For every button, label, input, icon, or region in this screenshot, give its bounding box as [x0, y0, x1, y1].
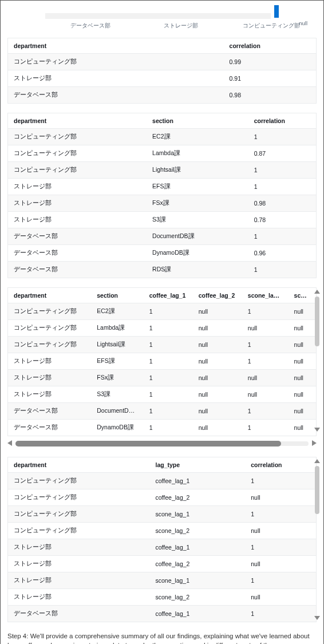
cell: scone_lag_2 [149, 589, 245, 606]
table-row[interactable]: ストレージ部0.91 [8, 70, 316, 87]
cell: scone_lag_2 [149, 523, 245, 539]
scroll-up-icon[interactable] [314, 290, 320, 294]
cell: null [289, 337, 316, 353]
table-row[interactable]: ストレージ部S3課1nullnullnull [8, 386, 316, 403]
vertical-scrollbar[interactable] [314, 290, 320, 432]
table-row[interactable]: データベース部DynamoDB課1null1null [8, 420, 316, 436]
cell: scone_lag_1 [149, 572, 245, 589]
cell: null [242, 386, 289, 403]
table-row[interactable]: ストレージ部coffee_lag_11 [8, 539, 316, 556]
scroll-thumb[interactable] [315, 466, 319, 514]
cell: Lightsail課 [91, 337, 143, 353]
chart-bar [274, 5, 279, 18]
col-correlation[interactable]: correlation [245, 457, 316, 473]
col-scone-lag-2[interactable]: scone_ [289, 288, 316, 303]
cell: null [193, 386, 242, 403]
cell: 0.91 [224, 70, 316, 87]
cell: null [289, 320, 316, 337]
chart-x-labels: データベース部 ストレージ部 コンピューティング部 [7, 22, 317, 30]
scroll-thumb[interactable] [15, 441, 281, 447]
cell: ストレージ部 [8, 386, 91, 403]
table-row[interactable]: コンピューティング部EC2課1 [8, 129, 316, 145]
table-row[interactable]: ストレージ部EFS課1 [8, 179, 316, 195]
table-lag-wide: department section coffee_lag_1 coffee_l… [7, 287, 317, 436]
cell: coffee_lag_1 [149, 606, 245, 622]
table-row[interactable]: コンピューティング部Lambda課1nullnullnull [8, 320, 316, 337]
cell: FSx課 [91, 370, 143, 386]
cell: DocumentDB課 [91, 403, 143, 420]
col-lag-type[interactable]: lag_type [149, 457, 245, 473]
cell: DocumentDB課 [147, 228, 248, 245]
vertical-scrollbar[interactable] [314, 459, 320, 620]
table-row[interactable]: コンピューティング部scone_lag_2null [8, 523, 316, 539]
table-row[interactable]: データベース部DocumentDB課1 [8, 228, 316, 245]
table-row[interactable]: ストレージ部EFS課1null1null [8, 353, 316, 370]
cell: EFS課 [91, 353, 143, 370]
cell: 0.98 [224, 87, 316, 103]
cell: 1 [144, 370, 193, 386]
table-header-row: department section correlation [8, 113, 316, 129]
table-row[interactable]: コンピューティング部Lightsail課1 [8, 162, 316, 179]
cell: coffee_lag_1 [149, 539, 245, 556]
cell: データベース部 [8, 420, 91, 436]
table-row[interactable]: データベース部DocumentDB課1null1null [8, 403, 316, 420]
table-row[interactable]: コンピューティング部coffee_lag_2null [8, 489, 316, 506]
cell: 1 [248, 179, 316, 195]
cell: 1 [144, 353, 193, 370]
table-lag-wide-wrap: department section coffee_lag_1 coffee_l… [7, 287, 317, 448]
cell: コンピューティング部 [8, 337, 91, 353]
cell: 1 [144, 420, 193, 436]
col-section[interactable]: section [91, 288, 143, 303]
col-department[interactable]: department [8, 457, 149, 473]
horizontal-scrollbar[interactable] [7, 438, 317, 448]
table-row[interactable]: ストレージ部scone_lag_2null [8, 589, 316, 606]
cell: コンピューティング部 [8, 506, 149, 523]
col-coffee-lag-1[interactable]: coffee_lag_1 [144, 288, 193, 303]
cell: null [193, 303, 242, 320]
col-correlation[interactable]: correlation [224, 38, 316, 54]
table-row[interactable]: ストレージ部coffee_lag_2null [8, 556, 316, 572]
col-coffee-lag-2[interactable]: coffee_lag_2 [193, 288, 242, 303]
cell: EC2課 [91, 303, 143, 320]
table-header-row: department lag_type correlation [8, 457, 316, 473]
cell: S3課 [91, 386, 143, 403]
table-row[interactable]: ストレージ部scone_lag_11 [8, 572, 316, 589]
table-row[interactable]: コンピューティング部scone_lag_11 [8, 506, 316, 523]
table-row[interactable]: ストレージ部S3課0.78 [8, 212, 316, 228]
table-row[interactable]: データベース部DynamoDB課0.96 [8, 245, 316, 262]
table-row[interactable]: コンピューティング部EC2課1null1null [8, 303, 316, 320]
cell: 0.87 [248, 145, 316, 162]
cell: 1 [248, 228, 316, 245]
scroll-thumb[interactable] [315, 297, 319, 346]
col-department[interactable]: department [8, 288, 91, 303]
table-row[interactable]: データベース部0.98 [8, 87, 316, 103]
table-row[interactable]: コンピューティング部Lightsail課1null1null [8, 337, 316, 353]
scroll-down-icon[interactable] [314, 428, 320, 432]
col-correlation[interactable]: correlation [248, 113, 316, 129]
table-row[interactable]: ストレージ部FSx課0.98 [8, 195, 316, 212]
table-row[interactable]: コンピューティング部0.99 [8, 54, 316, 70]
scroll-left-icon[interactable] [7, 440, 12, 446]
x-label-1: ストレージ部 [136, 22, 226, 30]
cell: EFS課 [147, 179, 248, 195]
cell: 1 [144, 303, 193, 320]
col-scone-lag-1[interactable]: scone_lag_1 [242, 288, 289, 303]
scroll-right-icon[interactable] [312, 440, 317, 446]
table-row[interactable]: コンピューティング部Lambda課0.87 [8, 145, 316, 162]
table-row[interactable]: ストレージ部FSx課1nullnullnull [8, 370, 316, 386]
cell: null [193, 420, 242, 436]
col-department[interactable]: department [8, 113, 147, 129]
col-department[interactable]: department [8, 38, 224, 54]
scroll-down-icon[interactable] [314, 616, 320, 620]
cell: coffee_lag_2 [149, 489, 245, 506]
table-row[interactable]: データベース部RDS課1 [8, 262, 316, 278]
col-section[interactable]: section [147, 113, 248, 129]
cell: 1 [248, 162, 316, 179]
table-row[interactable]: コンピューティング部coffee_lag_11 [8, 473, 316, 489]
cell: null [193, 370, 242, 386]
cell: ストレージ部 [8, 556, 149, 572]
cell: Lambda課 [91, 320, 143, 337]
table-row[interactable]: データベース部coffee_lag_11 [8, 606, 316, 622]
cell: 0.78 [248, 212, 316, 228]
scroll-up-icon[interactable] [314, 459, 320, 463]
